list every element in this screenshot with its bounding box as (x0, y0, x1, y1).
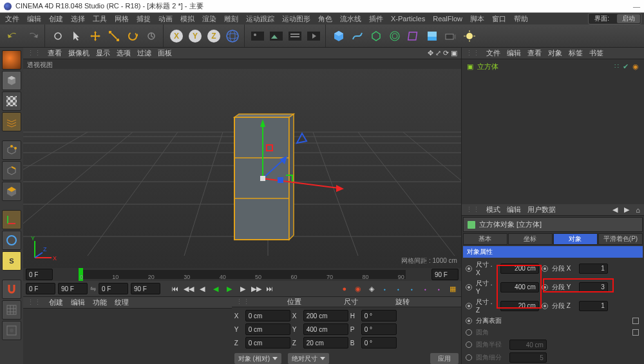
workplane-button[interactable] (2, 112, 21, 131)
undo-button[interactable] (5, 27, 23, 45)
viewport-solo-button[interactable] (2, 231, 21, 250)
cursor-tool[interactable] (68, 27, 86, 45)
viewport-3d[interactable]: Y X Z 网格间距 : 1000 cm (23, 69, 461, 268)
key-scale-button[interactable]: ⬩ (393, 283, 404, 294)
object-name[interactable]: 立方体 (477, 62, 498, 72)
menu-item[interactable]: 网格 (112, 13, 131, 25)
menu-item[interactable]: 捕捉 (134, 13, 153, 25)
light-button[interactable] (460, 27, 478, 45)
attr-top-tab[interactable]: 模式 (486, 205, 500, 215)
menu-item[interactable]: X-Particles (388, 14, 428, 24)
options-button[interactable]: ▦ (447, 283, 459, 294)
workplane-snap-button[interactable] (2, 300, 21, 320)
radio-icon[interactable] (466, 303, 472, 309)
layout-switcher[interactable]: 界面: 启动 (588, 13, 641, 24)
vp-maximize-icon[interactable]: ▣ (451, 49, 457, 57)
size-mode-dropdown[interactable]: 绝对尺寸 (288, 353, 329, 364)
seg-y-field[interactable]: 3 (579, 282, 608, 292)
object-item[interactable]: ▣ 立方体 ∷ ✔ ◉ (462, 59, 644, 74)
add-spline-button[interactable] (348, 27, 366, 45)
add-deformer-button[interactable] (404, 27, 422, 45)
play-back-button[interactable]: ◀ (210, 283, 222, 294)
menu-item[interactable]: 渲染 (200, 13, 219, 25)
fillet-checkbox[interactable] (632, 329, 639, 336)
render-view-button[interactable] (249, 27, 267, 45)
record-button[interactable]: ● (339, 283, 350, 294)
range-end[interactable]: 90 F (58, 283, 88, 294)
rot-p[interactable]: 0 ° (361, 323, 397, 335)
om-tab[interactable]: 对象 (548, 48, 562, 58)
make-editable-button[interactable] (2, 50, 21, 70)
menu-item[interactable]: 流水线 (337, 13, 364, 25)
z-axis-button[interactable]: Z (205, 27, 223, 45)
size-x[interactable]: 200 cm (303, 310, 348, 321)
select-tool[interactable] (49, 27, 67, 45)
menu-item[interactable]: 创建 (46, 13, 66, 25)
mat-tab[interactable]: 纹理 (115, 298, 129, 307)
vp-rotate-icon[interactable]: ⟳ (443, 49, 449, 57)
menu-item[interactable]: 脚本 (468, 13, 487, 25)
preview-start[interactable]: 0 F (99, 283, 128, 294)
menu-item[interactable]: 窗口 (489, 13, 509, 25)
seg-z-field[interactable]: 1 (579, 301, 608, 311)
prev-key-button[interactable]: ◀◀ (183, 283, 194, 294)
menu-item[interactable]: 运动图形 (279, 13, 313, 25)
menu-item[interactable]: 运动跟踪 (243, 13, 277, 25)
menu-item[interactable]: 编辑 (24, 13, 44, 25)
snap-letter-button[interactable]: S (2, 251, 21, 271)
timeline-ruler[interactable]: 0 F 0 10 20 30 40 50 60 70 80 90 90 F (23, 268, 461, 281)
goto-end-button[interactable]: ⏭ (264, 283, 276, 294)
menu-item[interactable]: 雕刻 (222, 13, 241, 25)
menu-item[interactable]: 模拟 (178, 13, 197, 25)
axis-enable-button[interactable] (2, 210, 21, 229)
vp-menu[interactable]: 查看 (48, 48, 62, 58)
menu-item[interactable]: 帮助 (511, 13, 531, 25)
key-pla-button[interactable]: ⬩ (433, 283, 445, 294)
size-y-field[interactable]: 400 cm (500, 282, 539, 292)
key-param-button[interactable]: ⬩ (420, 283, 431, 294)
next-key-button[interactable]: ▶▶ (251, 283, 262, 294)
pos-y[interactable]: 0 cm (245, 323, 290, 335)
vp-zoom-icon[interactable]: ⤢ (435, 49, 441, 57)
attr-nav-next-icon[interactable]: ▶ (624, 206, 629, 214)
radio-icon[interactable] (466, 329, 472, 336)
vp-menu[interactable]: 过滤 (137, 48, 151, 58)
texture-mode-button[interactable] (2, 91, 21, 111)
pos-z[interactable]: 0 cm (245, 337, 290, 349)
timeline-end-field[interactable]: 90 F (431, 269, 459, 280)
add-generator-button[interactable] (367, 27, 385, 45)
vp-menu[interactable]: 摄像机 (68, 48, 90, 58)
last-tool[interactable] (142, 27, 160, 45)
menu-item[interactable]: 动画 (156, 13, 175, 25)
rotate-tool[interactable] (124, 27, 142, 45)
add-primitive-button[interactable] (330, 27, 348, 45)
world-coord-button[interactable] (223, 27, 242, 45)
radio-icon[interactable] (466, 318, 472, 324)
render-queue-button[interactable] (305, 27, 323, 45)
rot-h[interactable]: 0 ° (361, 310, 397, 321)
key-pos-button[interactable]: ⬩ (379, 283, 391, 294)
om-tab[interactable]: 查看 (527, 48, 542, 58)
attr-tab-basic[interactable]: 基本 (463, 233, 507, 245)
menu-item[interactable]: 工具 (90, 13, 109, 25)
render-settings-button[interactable] (286, 27, 304, 45)
attr-nav-up-icon[interactable]: ⌂ (636, 206, 640, 214)
vp-menu[interactable]: 显示 (96, 48, 110, 58)
range-lock-icon[interactable]: ⇋ (90, 285, 96, 293)
om-tab[interactable]: 标签 (569, 48, 583, 58)
size-y[interactable]: 400 cm (303, 323, 348, 335)
model-mode-button[interactable] (2, 71, 21, 90)
mat-tab[interactable]: 创建 (49, 298, 63, 307)
range-start[interactable]: 0 F (26, 283, 55, 294)
x-axis-button[interactable]: X (167, 27, 185, 45)
radio-icon[interactable] (542, 265, 548, 272)
om-tab[interactable]: 书签 (589, 48, 603, 58)
mat-tab[interactable]: 编辑 (71, 298, 85, 307)
scale-tool[interactable] (105, 27, 123, 45)
menu-item[interactable]: RealFlow (430, 14, 465, 24)
snap-enable-button[interactable] (2, 280, 21, 299)
om-tab[interactable]: 文件 (486, 48, 500, 58)
edge-mode-button[interactable] (2, 161, 21, 180)
attr-tab-coord[interactable]: 坐标 (508, 233, 553, 245)
window-minimize[interactable]: — (633, 3, 640, 10)
